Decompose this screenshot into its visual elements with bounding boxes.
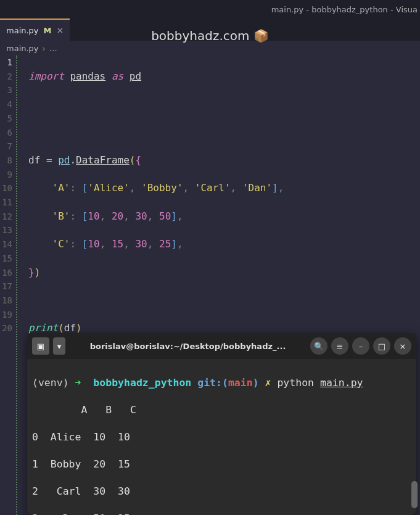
chevron-right-icon: › [43,44,46,53]
code-line: 'B': [10, 20, 30, 50], [28,210,420,224]
line-number: 6 [0,126,12,140]
terminal-title-bar[interactable]: ▣ ▾ borislav@borislav:~/Desktop/bobbyhad… [27,333,416,359]
menu-icon[interactable]: ≡ [331,337,348,355]
terminal-dropdown-button[interactable]: ▾ [53,337,65,355]
breadcrumb-file[interactable]: main.py [6,44,39,53]
line-number: 11 [0,196,12,210]
terminal-scrollbar[interactable] [411,481,418,508]
terminal-line: 3 Dan 50 25 [32,512,411,515]
code-line [28,97,420,112]
minimize-icon[interactable]: – [352,337,369,355]
line-number-gutter: 1 2 3 4 5 6 7 8 9 10 11 12 13 14 15 16 1… [0,56,15,515]
line-number: 12 [0,210,12,224]
line-number: 10 [0,181,12,196]
search-icon[interactable]: 🔍 [310,337,327,355]
line-number: 19 [0,308,12,322]
line-number: 18 [0,294,12,308]
line-number: 5 [0,112,12,126]
terminal-title: borislav@borislav:~/Desktop/bobbyhadz_..… [69,342,307,351]
maximize-icon[interactable]: □ [373,337,390,355]
line-number: 14 [0,237,12,252]
code-line: import pandas as pd [28,70,420,84]
breadcrumb[interactable]: main.py › … [0,41,420,56]
line-number: 9 [0,168,12,182]
close-icon[interactable]: × [394,337,411,355]
tab-modified-indicator: M [44,26,52,35]
line-number: 15 [0,252,12,266]
line-number: 16 [0,266,12,280]
line-number: 3 [0,83,12,97]
terminal-line: 1 Bobby 20 15 [32,458,411,471]
terminal-line: 0 Alice 10 10 [32,431,411,444]
terminal-line: 2 Carl 30 30 [32,485,411,498]
line-number: 13 [0,223,12,237]
tab-main-py[interactable]: main.py M × [0,19,70,41]
close-icon[interactable]: × [57,25,64,35]
line-number: 2 [0,70,12,84]
editor-tab-bar: main.py M × [0,19,420,41]
line-number: 7 [0,139,12,154]
window-title-bar: main.py - bobbyhadz_python - Visua [0,0,420,19]
terminal-line: A B C [32,403,411,417]
line-number: 20 [0,321,12,336]
line-number: 4 [0,97,12,112]
line-number: 8 [0,154,12,168]
code-line: }) [28,266,420,280]
code-line: df = pd.DataFrame({ [28,154,420,168]
terminal-line: (venv) ➜ bobbyhadz_python git:(main) ✗ p… [32,376,411,390]
line-number: 17 [0,279,12,294]
code-line [28,294,420,308]
code-line: 'A': ['Alice', 'Bobby', 'Carl', 'Dan'], [28,181,420,196]
code-line: 'C': [10, 15, 30, 25], [28,237,420,252]
terminal-window[interactable]: ▣ ▾ borislav@borislav:~/Desktop/bobbyhad… [27,333,416,515]
window-title: main.py - bobbyhadz_python - Visua [271,5,418,14]
terminal-new-tab-button[interactable]: ▣ [32,337,49,355]
line-number: 1 [0,56,12,70]
terminal-output[interactable]: (venv) ➜ bobbyhadz_python git:(main) ✗ p… [27,359,416,515]
code-line [28,126,420,140]
tab-filename: main.py [6,26,39,35]
breadcrumb-rest[interactable]: … [49,44,57,53]
